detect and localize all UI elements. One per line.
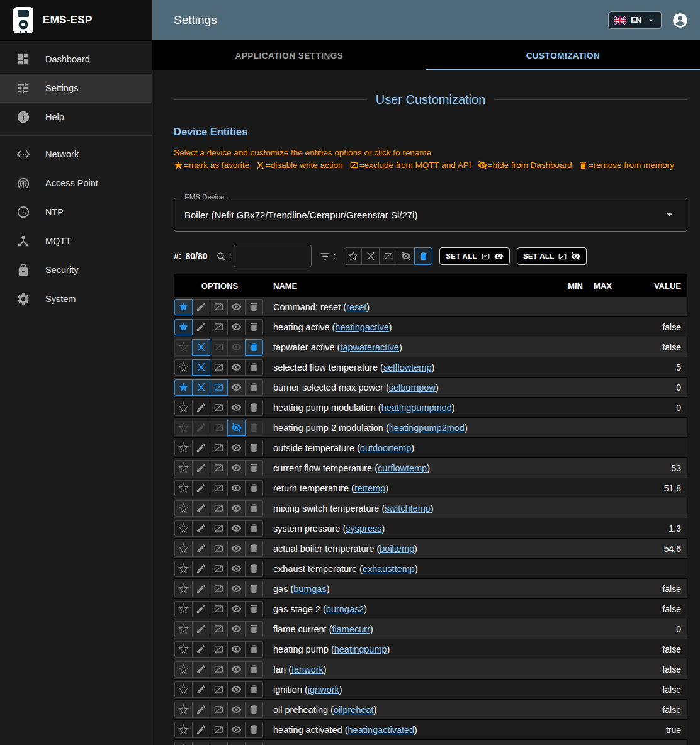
exclude-mqtt-toggle[interactable] <box>210 440 228 456</box>
set-all-button-1[interactable]: SET ALL <box>439 247 510 265</box>
favorite-toggle[interactable] <box>174 702 193 718</box>
disable-write-toggle[interactable] <box>192 722 210 738</box>
exclude-mqtt-toggle[interactable] <box>210 561 228 577</box>
favorite-toggle[interactable] <box>174 480 193 496</box>
favorite-toggle[interactable] <box>174 641 193 658</box>
delete-toggle[interactable] <box>245 480 263 496</box>
account-icon[interactable] <box>672 12 689 29</box>
entity-shortname-link[interactable]: heatingactive <box>335 322 388 332</box>
delete-toggle[interactable] <box>245 440 263 456</box>
disable-write-toggle[interactable] <box>192 420 210 436</box>
hide-toggle[interactable] <box>227 541 246 557</box>
delete-toggle[interactable] <box>245 520 263 537</box>
sidebar-item-security[interactable]: Security <box>0 255 152 284</box>
entity-name[interactable]: heating active (heatingactive) <box>266 322 554 332</box>
exclude-mqtt-toggle[interactable] <box>210 480 228 496</box>
disable-write-toggle[interactable] <box>192 520 210 537</box>
entity-shortname-link[interactable]: reset <box>346 302 366 312</box>
hide-toggle[interactable] <box>227 561 246 577</box>
delete-toggle[interactable] <box>245 581 263 597</box>
favorite-toggle[interactable] <box>174 621 193 637</box>
entity-shortname-link[interactable]: ignwork <box>308 685 339 695</box>
hide-toggle[interactable] <box>227 379 246 396</box>
delete-toggle[interactable] <box>245 641 263 658</box>
exclude-mqtt-toggle[interactable] <box>210 661 228 678</box>
hide-toggle[interactable] <box>227 661 246 678</box>
entity-shortname-link[interactable]: selflowtemp <box>383 362 432 373</box>
entity-name[interactable]: oil preheating (oilpreheat) <box>266 705 554 715</box>
favorite-toggle[interactable] <box>174 601 193 617</box>
language-selector[interactable]: EN <box>608 11 662 29</box>
entity-name[interactable]: heating pump (heatingpump) <box>266 644 554 654</box>
favorite-toggle[interactable] <box>174 661 193 678</box>
entity-shortname-link[interactable]: flamecurr <box>332 624 370 634</box>
exclude-mqtt-toggle[interactable] <box>210 339 228 356</box>
entity-shortname-link[interactable]: burngas2 <box>326 604 364 614</box>
sidebar-item-mqtt[interactable]: MQTT <box>0 227 152 255</box>
entity-shortname-link[interactable]: exhausttemp <box>363 564 415 574</box>
favorite-toggle[interactable] <box>174 742 193 745</box>
favorite-toggle[interactable] <box>174 400 193 416</box>
delete-toggle[interactable] <box>245 541 263 557</box>
delete-toggle[interactable] <box>245 722 263 738</box>
delete-filter-toggle[interactable] <box>414 247 432 265</box>
hide-toggle[interactable] <box>227 520 246 537</box>
entity-name[interactable]: outside temperature (outdoortemp) <box>266 443 554 453</box>
exclude-mqtt-filter-toggle[interactable] <box>379 247 397 265</box>
tab-customization[interactable]: CUSTOMIZATION <box>426 40 700 70</box>
entity-name[interactable]: return temperature (rettemp) <box>266 483 554 493</box>
sidebar-item-access-point[interactable]: Access Point <box>0 169 152 198</box>
sidebar-item-ntp[interactable]: NTP <box>0 198 152 227</box>
hide-toggle[interactable] <box>227 420 246 436</box>
hide-toggle[interactable] <box>227 641 246 658</box>
delete-toggle[interactable] <box>245 400 263 416</box>
favorite-toggle[interactable] <box>174 722 193 738</box>
hide-toggle[interactable] <box>227 480 246 496</box>
entity-name[interactable]: gas (burngas) <box>266 584 554 594</box>
disable-write-toggle[interactable] <box>192 541 210 557</box>
entity-shortname-link[interactable]: heatingpump2mod <box>389 423 465 433</box>
entity-name[interactable]: tapwater active (tapwateractive) <box>266 342 554 352</box>
hide-toggle[interactable] <box>227 500 246 517</box>
hide-toggle[interactable] <box>227 681 246 698</box>
exclude-mqtt-toggle[interactable] <box>210 601 228 617</box>
entity-shortname-link[interactable]: boiltemp <box>380 544 414 554</box>
entity-name[interactable]: heating pump modulation (heatingpumpmod) <box>266 403 554 413</box>
delete-toggle[interactable] <box>245 601 263 617</box>
entity-name[interactable]: Command: reset (reset) <box>266 302 554 312</box>
sidebar-item-system[interactable]: System <box>0 284 152 313</box>
disable-write-toggle[interactable] <box>192 460 210 476</box>
hide-toggle[interactable] <box>227 702 246 718</box>
exclude-mqtt-toggle[interactable] <box>210 541 228 557</box>
delete-toggle[interactable] <box>245 661 263 678</box>
hide-toggle[interactable] <box>227 581 246 597</box>
delete-toggle[interactable] <box>245 460 263 476</box>
hide-toggle[interactable] <box>227 319 246 335</box>
entity-name[interactable]: gas stage 2 (burngas2) <box>266 604 554 614</box>
exclude-mqtt-toggle[interactable] <box>210 621 228 637</box>
exclude-mqtt-toggle[interactable] <box>210 500 228 517</box>
favorite-toggle[interactable] <box>174 561 193 577</box>
entity-name[interactable]: actual boiler temperature (boiltemp) <box>266 544 554 554</box>
hide-toggle[interactable] <box>227 460 246 476</box>
favorite-toggle[interactable] <box>174 379 193 396</box>
exclude-mqtt-toggle[interactable] <box>210 742 228 745</box>
delete-toggle[interactable] <box>245 621 263 637</box>
disable-write-toggle[interactable] <box>192 319 210 335</box>
entity-name[interactable]: exhaust temperature (exhausttemp) <box>266 564 554 574</box>
set-all-button-2[interactable]: SET ALL <box>517 247 587 265</box>
disable-write-toggle[interactable] <box>192 400 210 416</box>
exclude-mqtt-toggle[interactable] <box>210 702 228 718</box>
disable-write-toggle[interactable] <box>192 661 210 678</box>
exclude-mqtt-toggle[interactable] <box>210 359 228 376</box>
exclude-mqtt-toggle[interactable] <box>210 520 228 537</box>
entity-search-input[interactable] <box>234 245 312 267</box>
favorite-toggle[interactable] <box>174 359 193 376</box>
entity-shortname-link[interactable]: heatingpumpmod <box>381 403 452 413</box>
disable-write-toggle[interactable] <box>192 440 210 456</box>
disable-write-toggle[interactable] <box>192 480 210 496</box>
entity-shortname-link[interactable]: fanwork <box>291 664 324 675</box>
sidebar-item-dashboard[interactable]: Dashboard <box>0 45 152 74</box>
exclude-mqtt-toggle[interactable] <box>210 681 228 698</box>
exclude-mqtt-toggle[interactable] <box>210 641 228 658</box>
